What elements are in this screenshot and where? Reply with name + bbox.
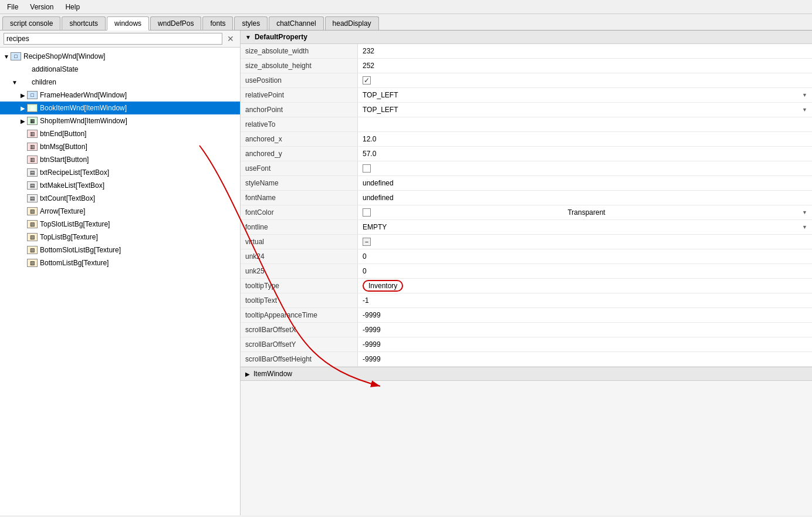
- prop-value-virtual[interactable]: −: [358, 235, 812, 249]
- tree-label-frame: FrameHeaderWnd[Window]: [40, 91, 127, 99]
- prop-name-useFont: useFont: [241, 161, 358, 175]
- tree-item-arrow[interactable]: ▧Arrow[Texture]: [0, 205, 240, 218]
- prop-name-tooltipType: tooltipType: [241, 279, 358, 293]
- prop-row-tooltipText: tooltipText-1: [241, 293, 812, 308]
- tree-item-btnMsg[interactable]: ▥btnMsg[Button]: [0, 140, 240, 153]
- prop-value-anchored_y[interactable]: 57.0: [358, 147, 812, 161]
- tree-item-frame[interactable]: □FrameHeaderWnd[Window]: [0, 89, 240, 102]
- tree-item-bottomlist[interactable]: ▧BottomListBg[Texture]: [0, 256, 240, 269]
- tree-icon-shopitem: ▦: [27, 117, 38, 125]
- tree-item-bottomslot[interactable]: ▧BottomSlotListBg[Texture]: [0, 244, 240, 256]
- prop-value-tooltipType[interactable]: Inventory: [358, 279, 812, 293]
- prop-name-scrollBarOffsetX: scrollBarOffsetX: [241, 323, 358, 337]
- tab-windows[interactable]: windows: [107, 16, 149, 31]
- prop-row-fontline: fontlineEMPTY: [241, 220, 812, 235]
- prop-name-unk25: unk25: [241, 264, 358, 278]
- tree-icon-txtRecipeList: ▤: [27, 168, 38, 177]
- prop-row-size_absolute_height: size_absolute_height252: [241, 59, 812, 73]
- prop-name-relativePoint: relativePoint: [241, 88, 358, 102]
- tree-label-btnEnd: btnEnd[Button]: [40, 130, 86, 138]
- prop-value-fontline[interactable]: EMPTY: [358, 220, 812, 234]
- prop-value-unk24[interactable]: 0: [358, 249, 812, 263]
- tree-label-arrow: Arrow[Texture]: [40, 207, 85, 215]
- prop-value-relativeTo[interactable]: [358, 117, 812, 131]
- tree-label-txtMakeList: txtMakeList[TextBox]: [40, 181, 104, 190]
- tree-item-txtCount[interactable]: ▤txtCount[TextBox]: [0, 192, 240, 205]
- tab-bar: script consoleshortcutswindowswndDefPosf…: [0, 14, 812, 31]
- prop-value-size_absolute_height[interactable]: 252: [358, 59, 812, 73]
- tree-item-shopitem[interactable]: ▦ShopItemWnd[ItemWindow]: [0, 114, 240, 127]
- prop-value-useFont[interactable]: [358, 161, 812, 175]
- prop-row-useFont: useFont: [241, 161, 812, 176]
- tree-icon-bookitem: ▦: [27, 104, 38, 112]
- bottom-expand-arrow: ▶: [245, 371, 250, 377]
- minus-btn-virtual[interactable]: −: [363, 238, 371, 246]
- checkbox-useFont[interactable]: [363, 164, 371, 173]
- section-header-default[interactable]: ▼ DefaultProperty: [241, 31, 812, 44]
- tree-item-toplist[interactable]: ▧TopListBg[Texture]: [0, 231, 240, 244]
- prop-name-fontName: fontName: [241, 191, 358, 205]
- prop-row-unk25: unk250: [241, 264, 812, 279]
- color-swatch-fontColor: [363, 208, 371, 217]
- prop-value-usePosition[interactable]: ✓: [358, 73, 812, 87]
- menu-help[interactable]: Help: [63, 2, 82, 12]
- inventory-highlight: Inventory: [363, 280, 403, 292]
- tree-label-bookitem: BookItemWnd[ItemWindow]: [40, 104, 127, 112]
- tree-label-root: RecipeShopWnd[Window]: [23, 52, 105, 60]
- prop-value-scrollBarOffsetY[interactable]: -9999: [358, 337, 812, 352]
- tree-icon-toplist: ▧: [27, 233, 38, 241]
- search-clear-button[interactable]: ✕: [225, 34, 236, 43]
- tab-styles[interactable]: styles: [234, 16, 268, 30]
- search-input[interactable]: [4, 33, 222, 45]
- prop-name-anchored_x: anchored_x: [241, 132, 358, 146]
- tab-chatChannel[interactable]: chatChannel: [269, 16, 323, 30]
- prop-value-fontName[interactable]: undefined: [358, 191, 812, 205]
- tree-item-children[interactable]: children: [0, 76, 240, 89]
- prop-name-tooltipText: tooltipText: [241, 293, 358, 308]
- prop-value-size_absolute_width[interactable]: 232: [358, 44, 812, 58]
- prop-value-scrollBarOffsetX[interactable]: -9999: [358, 323, 812, 337]
- prop-value-tooltipAppearanceTime[interactable]: -9999: [358, 308, 812, 322]
- tab-script-console[interactable]: script console: [2, 16, 60, 30]
- bottom-section-header[interactable]: ▶ ItemWindow: [241, 367, 812, 381]
- prop-value-unk25[interactable]: 0: [358, 264, 812, 278]
- tree-icon-btnMsg: ▥: [27, 143, 38, 151]
- prop-row-anchored_y: anchored_y57.0: [241, 147, 812, 161]
- prop-value-scrollBarOffsetHeight[interactable]: -9999: [358, 352, 812, 366]
- tree-item-root[interactable]: □RecipeShopWnd[Window]: [0, 50, 240, 63]
- menu-file[interactable]: File: [5, 2, 21, 12]
- tree-item-additional[interactable]: additionalState: [0, 63, 240, 76]
- prop-value-styleName[interactable]: undefined: [358, 176, 812, 190]
- menu-version[interactable]: Version: [28, 2, 56, 12]
- prop-value-anchored_x[interactable]: 12.0: [358, 132, 812, 146]
- tree-item-btnEnd[interactable]: ▥btnEnd[Button]: [0, 127, 240, 140]
- prop-name-anchored_y: anchored_y: [241, 147, 358, 161]
- tree-item-txtMakeList[interactable]: ▤txtMakeList[TextBox]: [0, 179, 240, 192]
- tree-item-txtRecipeList[interactable]: ▤txtRecipeList[TextBox]: [0, 166, 240, 179]
- prop-value-tooltipText[interactable]: -1: [358, 293, 812, 308]
- prop-value-fontColor[interactable]: Transparent: [358, 205, 812, 219]
- tab-shortcuts[interactable]: shortcuts: [62, 16, 106, 30]
- tab-fonts[interactable]: fonts: [202, 16, 233, 30]
- prop-row-size_absolute_width: size_absolute_width232: [241, 44, 812, 59]
- tree-label-topslot: TopSlotListBg[Texture]: [40, 220, 110, 228]
- prop-row-virtual: virtual−: [241, 235, 812, 249]
- prop-name-relativeTo: relativeTo: [241, 117, 358, 131]
- tree-label-bottomslot: BottomSlotListBg[Texture]: [40, 246, 121, 254]
- tree-item-topslot[interactable]: ▧TopSlotListBg[Texture]: [0, 218, 240, 231]
- tree-item-bookitem[interactable]: ▦BookItemWnd[ItemWindow]: [0, 102, 240, 114]
- tab-headDisplay[interactable]: headDisplay: [325, 16, 379, 30]
- checkbox-usePosition[interactable]: ✓: [363, 76, 371, 85]
- tab-wndDefPos[interactable]: wndDefPos: [150, 16, 201, 30]
- prop-value-anchorPoint[interactable]: TOP_LEFT: [358, 103, 812, 117]
- tree-label-btnStart: btnStart[Button]: [40, 156, 89, 164]
- prop-row-scrollBarOffsetHeight: scrollBarOffsetHeight-9999: [241, 352, 812, 367]
- prop-value-relativePoint[interactable]: TOP_LEFT: [358, 88, 812, 102]
- prop-row-anchorPoint: anchorPointTOP_LEFT: [241, 103, 812, 117]
- menu-bar: File Version Help: [0, 0, 812, 14]
- prop-row-styleName: styleNameundefined: [241, 176, 812, 191]
- tree-item-btnStart[interactable]: ▥btnStart[Button]: [0, 153, 240, 166]
- prop-name-unk24: unk24: [241, 249, 358, 263]
- section-expand-arrow: ▼: [245, 34, 251, 40]
- tree-icon-arrow: ▧: [27, 207, 38, 215]
